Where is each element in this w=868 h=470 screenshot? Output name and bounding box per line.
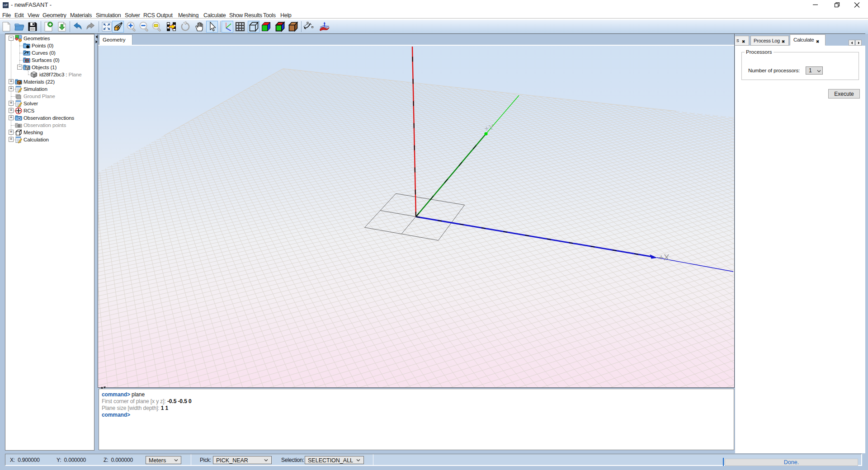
svg-text:+X: +X bbox=[659, 253, 670, 262]
